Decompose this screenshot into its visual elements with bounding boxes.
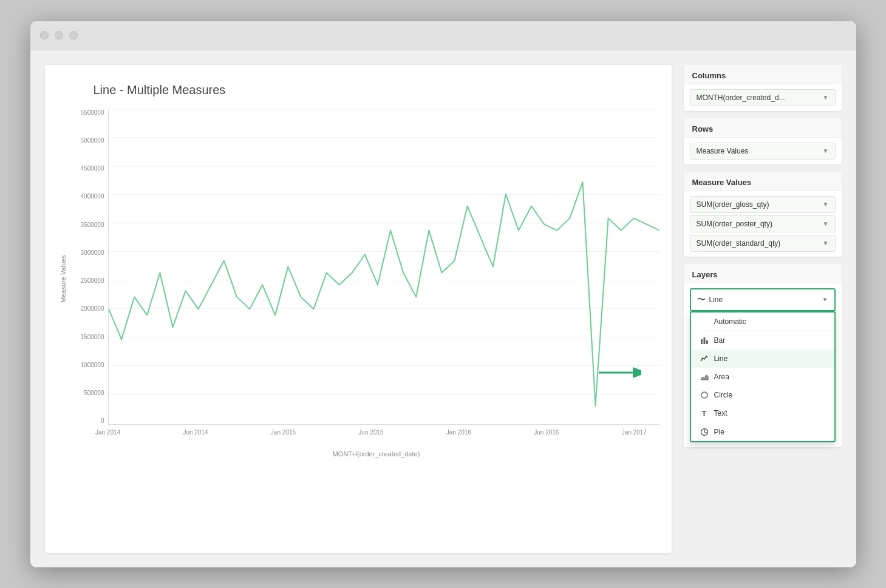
x-tick: Jun 2015 [358,429,383,436]
rows-field-value: Measure Values [697,147,749,155]
chart-area: Measure Values 5500000 5000000 4500000 4… [57,109,659,449]
y-tick: 5000000 [81,137,104,144]
layers-dropdown-left: 〜 Line [697,294,723,305]
measure-gloss-chevron-icon: ▼ [823,201,829,208]
layers-item-line[interactable]: Line [691,350,834,368]
x-tick: Jun 2016 [534,429,559,436]
rows-header: Rows [684,118,842,138]
x-tick: Jan 2015 [271,429,296,436]
y-tick: 5500000 [81,109,104,116]
svg-point-17 [701,392,707,398]
y-tick: 0 [101,417,104,424]
measure-poster-value: SUM(order_poster_qty) [697,220,772,228]
layers-item-pie-label: Pie [714,428,724,436]
chart-inner: 5500000 5000000 4500000 4000000 3500000 … [72,109,659,449]
layers-item-circle-label: Circle [714,391,733,399]
pie-icon [700,428,709,436]
circle-icon [700,391,709,399]
rows-chevron-icon: ▼ [823,147,829,154]
columns-chevron-icon: ▼ [823,94,829,101]
rows-section: Rows Measure Values ▼ [684,118,842,164]
y-tick: 3500000 [81,221,104,228]
layers-dropdown-trigger[interactable]: 〜 Line ▼ [690,288,836,311]
y-tick: 500000 [84,390,104,396]
measure-gloss-value: SUM(order_gloss_qty) [697,200,769,209]
y-tick: 1000000 [81,362,104,368]
columns-body: MONTH(order_created_d... ▼ [684,84,842,111]
layers-dropdown-menu: Automatic Bar [690,311,836,442]
y-tick: 4500000 [81,165,104,172]
area-icon [700,373,709,381]
measure-values-section: Measure Values SUM(order_gloss_qty) ▼ SU… [684,172,842,257]
bar-icon [700,336,709,345]
layers-item-automatic[interactable]: Automatic [691,313,834,331]
browser-titlebar [30,21,856,50]
line-icon: 〜 [697,294,706,305]
columns-field[interactable]: MONTH(order_created_d... ▼ [690,89,836,106]
browser-window: Line - Multiple Measures Measure Values … [30,21,856,567]
text-chart-icon: T [700,409,709,418]
svg-rect-13 [701,339,703,344]
x-tick: Jan 2017 [622,429,647,436]
svg-rect-15 [706,340,708,344]
layers-item-bar[interactable]: Bar [691,331,834,350]
y-axis-label: Measure Values [57,109,69,449]
layers-item-circle[interactable]: Circle [691,386,834,404]
x-axis: Jan 2014 Jun 2014 Jan 2015 Jun 2015 Jan … [108,429,659,436]
measure-gloss-field[interactable]: SUM(order_gloss_qty) ▼ [690,196,836,213]
chart-plot-area [108,109,659,425]
rows-body: Measure Values ▼ [684,138,842,164]
layers-selected-value: Line [709,296,723,304]
y-tick: 3000000 [81,249,104,256]
x-tick: Jan 2014 [95,429,120,436]
columns-section: Columns MONTH(order_created_d... ▼ [684,65,842,111]
measure-values-header: Measure Values [684,172,842,191]
traffic-light-maximize[interactable] [69,31,78,39]
measure-values-body: SUM(order_gloss_qty) ▼ SUM(order_poster_… [684,191,842,257]
rows-field[interactable]: Measure Values ▼ [690,143,836,160]
measure-poster-chevron-icon: ▼ [823,220,829,227]
x-tick: Jan 2016 [446,429,471,436]
main-panel: Line - Multiple Measures Measure Values … [45,65,672,553]
layers-header: Layers [684,264,842,283]
measure-standard-chevron-icon: ▼ [823,240,829,246]
layers-item-text[interactable]: T Text [691,404,834,423]
x-tick: Jun 2014 [183,429,208,436]
x-axis-label: MONTH(order_created_date) [94,450,659,458]
traffic-light-close[interactable] [40,31,49,39]
layers-item-pie[interactable]: Pie [691,423,834,441]
measure-standard-value: SUM(order_standard_qty) [697,239,781,248]
layers-chevron-icon: ▼ [822,296,828,303]
arrow-indicator [593,362,641,388]
chart-title: Line - Multiple Measures [94,83,659,97]
svg-line-20 [704,432,707,433]
y-tick: 2000000 [81,305,104,312]
layers-item-line-label: Line [714,354,728,363]
layers-body: 〜 Line ▼ Automatic [684,283,842,447]
y-tick: 4000000 [81,193,104,200]
y-tick: 1500000 [81,334,104,340]
columns-field-value: MONTH(order_created_d... [697,93,785,102]
y-tick: 2500000 [81,277,104,284]
layers-item-area-label: Area [714,373,729,381]
svg-marker-16 [701,375,708,380]
right-panel: Columns MONTH(order_created_d... ▼ Rows … [684,65,842,553]
columns-header: Columns [684,65,842,84]
svg-rect-14 [703,337,705,344]
browser-content: Line - Multiple Measures Measure Values … [30,50,856,567]
y-axis: 5500000 5000000 4500000 4000000 3500000 … [72,109,108,425]
measure-poster-field[interactable]: SUM(order_poster_qty) ▼ [690,215,836,232]
traffic-light-minimize[interactable] [55,31,63,39]
layers-item-text-label: Text [714,409,728,417]
chart-svg [109,109,659,424]
measure-standard-field[interactable]: SUM(order_standard_qty) ▼ [690,235,836,252]
layers-section: Layers 〜 Line ▼ Automatic [684,264,842,447]
layers-item-area[interactable]: Area [691,368,834,386]
layers-item-automatic-label: Automatic [714,317,746,326]
line-chart-icon [700,354,709,363]
layers-item-bar-label: Bar [714,336,726,345]
arrow-svg [593,362,641,386]
